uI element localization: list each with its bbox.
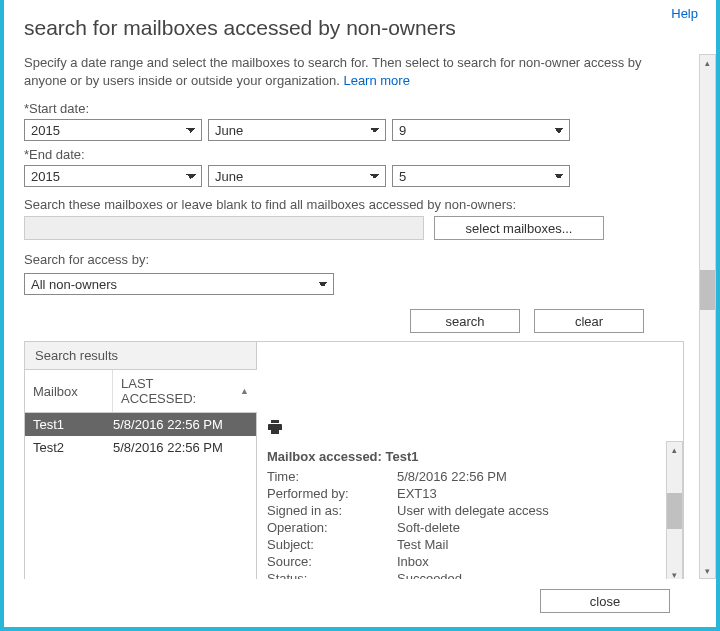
detail-val: User with delegate access xyxy=(397,503,549,518)
column-last-accessed[interactable]: LAST ACCESSED: ▲ xyxy=(113,370,257,412)
scroll-thumb[interactable] xyxy=(667,493,682,529)
results-rows: Test1 5/8/2016 22:56 PM Test2 5/8/2016 2… xyxy=(25,413,257,579)
detail-pane: Mailbox accessed: Test1 Time:5/8/2016 22… xyxy=(257,413,683,579)
detail-scrollbar[interactable]: ▴ ▾ xyxy=(666,441,683,579)
search-button[interactable]: search xyxy=(410,309,520,333)
start-month-select[interactable]: June xyxy=(208,119,386,141)
detail-val: Soft-delete xyxy=(397,520,460,535)
detail-val: Inbox xyxy=(397,554,429,569)
detail-key: Status: xyxy=(267,571,397,579)
scroll-up-icon[interactable]: ▴ xyxy=(700,55,715,70)
mailbox-filter-input[interactable] xyxy=(24,216,424,240)
start-day-select[interactable]: 9 xyxy=(392,119,570,141)
scroll-down-icon[interactable]: ▾ xyxy=(700,563,715,578)
column-mailbox[interactable]: Mailbox xyxy=(25,370,113,412)
access-by-select[interactable]: All non-owners xyxy=(24,273,334,295)
detail-title: Mailbox accessed: Test1 xyxy=(267,449,663,464)
detail-val: EXT13 xyxy=(397,486,437,501)
row-last: 5/8/2016 22:56 PM xyxy=(113,417,223,432)
end-month-select[interactable]: June xyxy=(208,165,386,187)
scroll-thumb[interactable] xyxy=(700,270,715,310)
start-year-select[interactable]: 2015 xyxy=(24,119,202,141)
page-title: search for mailboxes accessed by non-own… xyxy=(24,16,684,40)
end-date-label: *End date: xyxy=(24,147,684,162)
detail-key: Performed by: xyxy=(267,486,397,501)
print-icon[interactable] xyxy=(267,419,283,439)
clear-button[interactable]: clear xyxy=(534,309,644,333)
table-row[interactable]: Test2 5/8/2016 22:56 PM xyxy=(25,436,256,459)
intro-body: Specify a date range and select the mail… xyxy=(24,55,642,88)
row-mailbox: Test1 xyxy=(33,417,113,432)
learn-more-link[interactable]: Learn more xyxy=(343,73,409,88)
detail-key: Time: xyxy=(267,469,397,484)
row-mailbox: Test2 xyxy=(33,440,113,455)
table-row[interactable]: Test1 5/8/2016 22:56 PM xyxy=(25,413,256,436)
row-last: 5/8/2016 22:56 PM xyxy=(113,440,223,455)
detail-val: Succeeded xyxy=(397,571,462,579)
start-date-label: *Start date: xyxy=(24,101,684,116)
scroll-up-icon[interactable]: ▴ xyxy=(667,442,682,457)
scroll-down-icon[interactable]: ▾ xyxy=(667,567,682,579)
results-header: Search results xyxy=(25,342,257,370)
close-button[interactable]: close xyxy=(540,589,670,613)
search-results-panel: Search results Mailbox LAST ACCESSED: ▲ … xyxy=(24,341,684,579)
detail-key: Operation: xyxy=(267,520,397,535)
mailbox-filter-label: Search these mailboxes or leave blank to… xyxy=(24,197,684,212)
page-scrollbar[interactable]: ▴ ▾ xyxy=(699,54,716,579)
end-day-select[interactable]: 5 xyxy=(392,165,570,187)
detail-val: 5/8/2016 22:56 PM xyxy=(397,469,507,484)
detail-key: Signed in as: xyxy=(267,503,397,518)
detail-val: Test Mail xyxy=(397,537,448,552)
intro-text: Specify a date range and select the mail… xyxy=(24,54,664,89)
select-mailboxes-button[interactable]: select mailboxes... xyxy=(434,216,604,240)
column-last-label: LAST ACCESSED: xyxy=(121,376,230,406)
end-year-select[interactable]: 2015 xyxy=(24,165,202,187)
detail-key: Source: xyxy=(267,554,397,569)
detail-key: Subject: xyxy=(267,537,397,552)
access-by-label: Search for access by: xyxy=(24,252,684,267)
sort-asc-icon: ▲ xyxy=(240,386,249,396)
